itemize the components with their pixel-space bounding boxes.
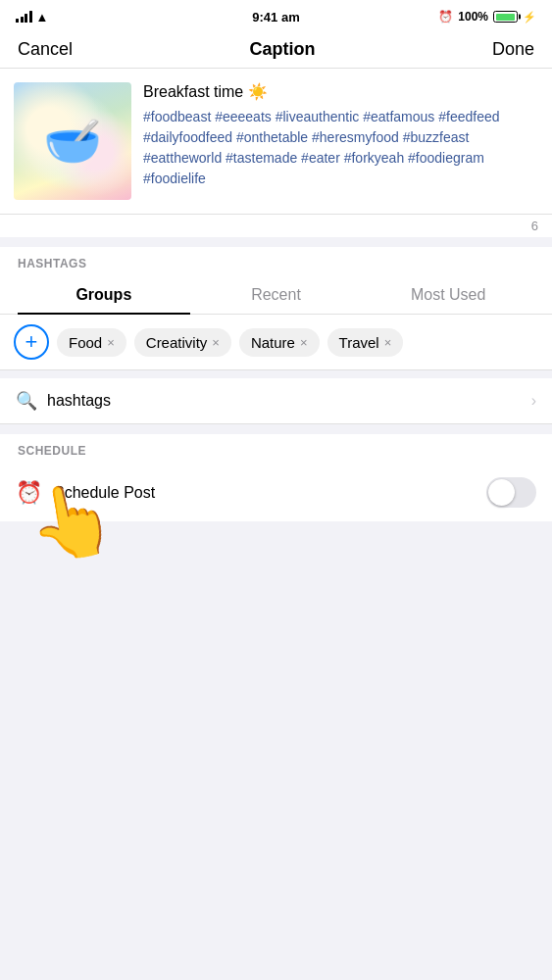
tab-most-used[interactable]: Most Used (362, 276, 534, 314)
group-tag-food[interactable]: Food × (57, 328, 126, 357)
group-tag-food-label: Food (69, 334, 102, 351)
toggle-knob (488, 479, 515, 506)
schedule-row: ⏰ Schedule Post (0, 464, 552, 521)
clock-icon: ⏰ (16, 480, 42, 506)
nav-bar: Cancel Caption Done (0, 31, 552, 69)
char-count: 6 (0, 215, 552, 237)
group-tag-travel-label: Travel (339, 334, 379, 351)
page-title: Caption (250, 39, 316, 60)
status-time: 9:41 am (252, 10, 299, 24)
post-image (14, 82, 131, 200)
group-tag-food-remove[interactable]: × (107, 335, 115, 350)
post-title: Breakfast time ☀️ (143, 82, 538, 101)
battery-percent: 100% (458, 10, 488, 24)
done-button[interactable]: Done (492, 39, 534, 60)
chevron-right-icon: › (531, 392, 536, 410)
cancel-button[interactable]: Cancel (18, 39, 73, 60)
post-preview: Breakfast time ☀️ #foodbeast #eeeeats #l… (0, 69, 552, 215)
plus-icon: + (25, 331, 38, 353)
schedule-post-label: Schedule Post (54, 484, 475, 502)
group-tag-nature[interactable]: Nature × (239, 328, 320, 357)
group-tag-travel-remove[interactable]: × (384, 335, 392, 350)
schedule-label: SCHEDULE (0, 434, 552, 464)
battery-icon (493, 11, 518, 23)
hashtags-label: HASHTAGS (0, 247, 552, 276)
status-bar: ▲ 9:41 am ⏰ 100% ⚡ (0, 0, 552, 31)
groups-row: + Food × Creativity × Nature × Travel × (0, 315, 552, 370)
hashtags-tabs: Groups Recent Most Used (0, 276, 552, 315)
post-content[interactable]: Breakfast time ☀️ #foodbeast #eeeeats #l… (143, 82, 538, 189)
search-hashtags-label[interactable]: hashtags (47, 392, 522, 410)
add-group-button[interactable]: + (14, 324, 49, 360)
post-hashtags: #foodbeast #eeeeats #liveauthentic #eatf… (143, 107, 538, 189)
group-tag-travel[interactable]: Travel × (327, 328, 404, 357)
schedule-section: SCHEDULE ⏰ Schedule Post (0, 434, 552, 521)
tab-recent[interactable]: Recent (190, 276, 363, 314)
search-icon: 🔍 (16, 390, 37, 412)
wifi-icon: ▲ (36, 10, 49, 24)
signal-icon (16, 11, 32, 23)
charging-icon: ⚡ (523, 11, 536, 24)
group-tag-creativity-remove[interactable]: × (212, 335, 220, 350)
group-tag-creativity-label: Creativity (146, 334, 208, 351)
status-left: ▲ (16, 10, 48, 24)
tab-groups[interactable]: Groups (18, 276, 190, 314)
schedule-toggle[interactable] (486, 477, 536, 508)
group-tag-creativity[interactable]: Creativity × (134, 328, 231, 357)
search-hashtags-row[interactable]: 🔍 hashtags › (0, 378, 552, 424)
group-tag-nature-label: Nature (251, 334, 295, 351)
group-tag-nature-remove[interactable]: × (300, 335, 308, 350)
status-right: ⏰ 100% ⚡ (438, 10, 536, 24)
hashtags-section: HASHTAGS Groups Recent Most Used + Food … (0, 247, 552, 370)
alarm-icon: ⏰ (438, 10, 453, 24)
